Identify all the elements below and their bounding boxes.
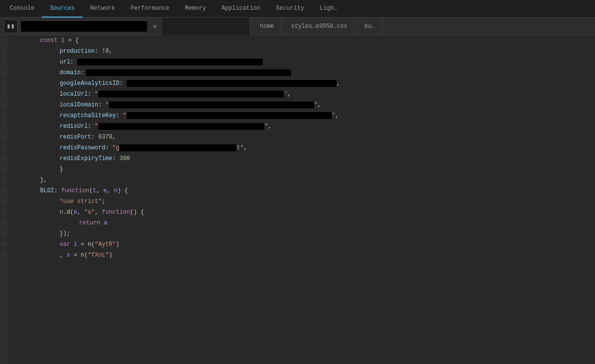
gutter-collapse-18[interactable]: − — [0, 218, 6, 228]
main-area: − − − − − − − − − − − − − − − − − − − − … — [0, 35, 595, 364]
gutter-collapse-1[interactable]: − — [0, 35, 6, 46]
tab-console[interactable]: Console — [2, 0, 42, 18]
gutter-collapse-2[interactable]: − — [0, 46, 6, 57]
code-line-17: n.d(e, "a", function() { — [11, 207, 595, 218]
gutter-collapse-6[interactable]: − — [0, 89, 6, 100]
code-line-3: url: — [11, 57, 595, 67]
devtools-nav: Console Sources Network Performance Memo… — [0, 0, 595, 18]
code-editor[interactable]: const i = { production: !0, url: domain:… — [7, 35, 595, 364]
code-line-18: return a — [11, 218, 595, 228]
file-tab-styles[interactable]: styles…e9950.css — [284, 18, 355, 35]
code-line-21: , s = n("fXoL") — [11, 250, 595, 261]
gutter-collapse-20[interactable]: − — [0, 239, 6, 250]
code-line-20: var i = n("AytR") — [11, 239, 595, 250]
gutter-collapse-12[interactable]: − — [0, 153, 6, 164]
tab-network[interactable]: Network — [83, 0, 123, 18]
gutter-collapse-8[interactable]: − — [0, 110, 6, 121]
code-line-8: recaptchaSiteKey: " ", — [11, 110, 595, 121]
tab-lighthouse[interactable]: Ligh… — [312, 0, 345, 18]
code-gutter: − − − − − − − − − − − − − − − − − − − − … — [0, 35, 7, 364]
file-tab-home[interactable]: home — [253, 18, 281, 35]
code-line-9: redisUrl: " ", — [11, 121, 595, 132]
gutter-collapse-16[interactable]: − — [0, 196, 6, 207]
gutter-collapse-15[interactable]: − — [0, 185, 6, 196]
code-line-7: localDomain: " ", — [11, 100, 595, 110]
sidebar-toggle-icon[interactable]: ▮▮ — [4, 20, 18, 33]
tab-performance[interactable]: Performance — [123, 0, 177, 18]
tab-sources[interactable]: Sources — [42, 0, 82, 18]
file-search-input[interactable] — [21, 20, 148, 32]
gutter-collapse-21[interactable]: − — [0, 250, 6, 261]
gutter-collapse-14[interactable]: − — [0, 175, 6, 185]
gutter-collapse-10[interactable]: − — [0, 132, 6, 142]
code-line-19: }); — [11, 228, 595, 239]
code-line-4: domain: — [11, 67, 595, 78]
gutter-collapse-19[interactable]: − — [0, 228, 6, 239]
gutter-collapse-7[interactable]: − — [0, 100, 6, 110]
close-search-icon[interactable]: ✕ — [150, 22, 159, 31]
gutter-collapse-4[interactable]: − — [0, 67, 6, 78]
tab-application[interactable]: Application — [214, 0, 268, 18]
gutter-collapse-3[interactable]: − — [0, 57, 6, 67]
file-tab-current[interactable] — [162, 18, 250, 35]
code-line-5: googleAnalyticsID: , — [11, 78, 595, 89]
code-line-15: BLGI: function(t, e, n) { — [11, 185, 595, 196]
tab-security[interactable]: Security — [268, 0, 312, 18]
code-line-1: const i = { — [11, 35, 595, 46]
gutter-collapse-5[interactable]: − — [0, 78, 6, 89]
code-line-14: }, — [11, 175, 595, 185]
code-line-2: production: !0, — [11, 46, 595, 57]
code-line-13: } — [11, 164, 595, 175]
gutter-collapse-9[interactable]: − — [0, 121, 6, 132]
toolbar: ▮▮ ✕ home styles…e9950.css bu… — [0, 18, 595, 35]
code-line-10: redisPort: 6379, — [11, 132, 595, 142]
tab-memory[interactable]: Memory — [177, 0, 213, 18]
code-line-16: "use strict"; — [11, 196, 595, 207]
code-line-6: localUrl: " ', — [11, 89, 595, 100]
code-line-11: redisPassword: "g t", — [11, 142, 595, 153]
code-line-12: redisExpiryTime: 300 — [11, 153, 595, 164]
gutter-collapse-13[interactable]: − — [0, 164, 6, 175]
gutter-collapse-17[interactable]: − — [0, 207, 6, 218]
gutter-collapse-11[interactable]: − — [0, 142, 6, 153]
file-tab-bu[interactable]: bu… — [358, 18, 382, 35]
